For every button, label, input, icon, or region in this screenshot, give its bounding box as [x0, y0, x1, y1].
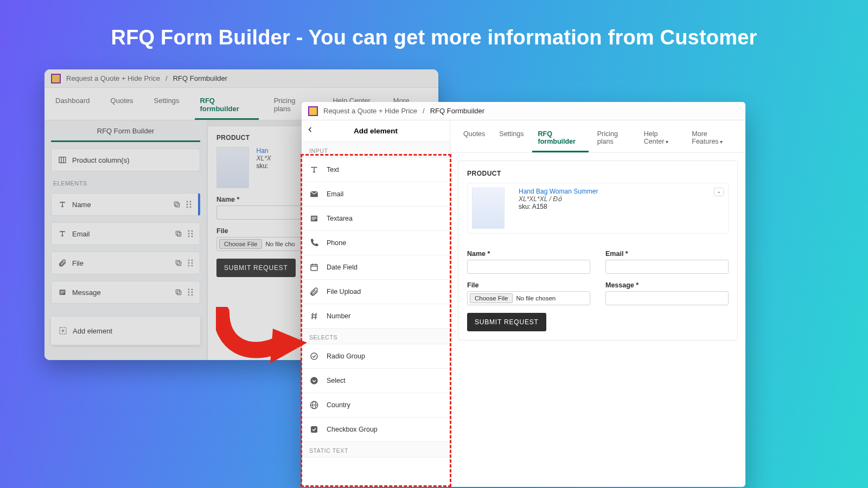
tab-settings[interactable]: Settings	[149, 92, 185, 120]
top-tabs-right: Quotes Settings RFQ formbuilder Pricing …	[450, 120, 745, 153]
svg-line-52	[312, 313, 313, 319]
sidebar-title: RFQ Form Builder	[51, 120, 200, 142]
duplicate-icon[interactable]	[175, 288, 182, 296]
email-input[interactable]	[605, 260, 729, 274]
app-header-right: Request a Quote + Hide Price / RFQ Formb…	[302, 102, 745, 120]
sidebar-item-label: Product column(s)	[72, 156, 193, 164]
svg-rect-19	[177, 262, 181, 266]
choose-file-button[interactable]: Choose File	[219, 239, 262, 249]
svg-point-55	[310, 377, 318, 384]
svg-point-13	[188, 230, 190, 232]
breadcrumb-current: RFQ Formbuilder	[430, 107, 484, 115]
add-element-icon	[59, 326, 67, 335]
drag-handle-icon[interactable]	[188, 288, 193, 296]
duplicate-icon[interactable]	[175, 259, 182, 267]
option-label: Checkbox Group	[327, 426, 378, 433]
group-label-selects: SELECTS	[302, 329, 450, 344]
svg-point-33	[188, 289, 190, 291]
option-phone[interactable]: Phone	[302, 231, 450, 255]
field-label-file: File	[467, 281, 590, 289]
sidebar-item-file[interactable]: File	[51, 252, 200, 274]
option-checkbox-group[interactable]: Checkbox Group	[302, 418, 450, 442]
drag-handle-icon[interactable]	[186, 201, 192, 208]
option-email[interactable]: Email	[302, 182, 450, 207]
radio-icon	[309, 351, 319, 361]
duplicate-icon[interactable]	[175, 230, 182, 237]
preview-heading: PRODUCT	[467, 170, 729, 177]
svg-rect-45	[312, 220, 315, 220]
option-date-field[interactable]: Date Field	[302, 255, 450, 280]
page-headline: RFQ Form Builder - You can get more info…	[0, 26, 868, 49]
right-main: Quotes Settings RFQ formbuilder Pricing …	[450, 120, 745, 487]
svg-point-24	[192, 262, 193, 264]
tab-pricing-plans[interactable]: Pricing plans	[592, 126, 635, 152]
breadcrumb-current: RFQ Formbuilder	[173, 74, 227, 82]
add-element-label: Add element	[73, 327, 112, 335]
remove-product-button[interactable]: -	[714, 188, 724, 196]
option-textarea[interactable]: Textarea	[302, 207, 450, 231]
svg-point-25	[188, 265, 190, 267]
product-name: Hand Bag Woman Summer	[519, 188, 705, 195]
choose-file-button[interactable]: Choose File	[470, 293, 513, 303]
file-input[interactable]: Choose File No file chosen	[467, 291, 590, 305]
drag-handle-icon[interactable]	[188, 230, 193, 237]
sidebar-item-label: Email	[72, 230, 169, 238]
sidebar-item-name[interactable]: Name	[51, 193, 200, 216]
option-label: File Upload	[327, 288, 361, 296]
submit-request-button[interactable]: SUBMIT REQUEST	[467, 313, 546, 331]
product-variant: XL*XL*XL / Đỏ	[519, 195, 705, 203]
option-label: Email	[327, 190, 343, 198]
option-number[interactable]: Number	[302, 304, 450, 329]
text-icon	[58, 200, 67, 209]
option-label: Text	[327, 166, 339, 174]
add-element-title: Add element	[354, 127, 398, 135]
add-element-button[interactable]: Add element	[51, 317, 200, 345]
panel-right: Request a Quote + Hide Price / RFQ Formb…	[302, 102, 745, 487]
group-label-input: INPUT	[302, 142, 450, 158]
duplicate-icon[interactable]	[173, 201, 181, 208]
svg-rect-59	[311, 426, 317, 433]
checkbox-icon	[309, 425, 319, 434]
svg-rect-43	[312, 217, 317, 217]
text-icon	[309, 165, 319, 175]
svg-point-54	[311, 353, 317, 359]
svg-point-16	[192, 233, 193, 235]
tab-help-center[interactable]: Help Center	[639, 126, 683, 152]
sidebar-item-message[interactable]: Message	[51, 281, 200, 304]
tab-quotes[interactable]: Quotes	[105, 92, 139, 120]
tab-rfq-formbuilder[interactable]: RFQ formbuilder	[195, 92, 259, 120]
tab-rfq-formbuilder[interactable]: RFQ formbuilder	[532, 126, 588, 152]
app-header-left: Request a Quote + Hide Price / RFQ Formb…	[44, 69, 438, 88]
svg-point-37	[188, 294, 190, 296]
option-select[interactable]: Select	[302, 369, 450, 393]
attachment-icon	[309, 287, 319, 297]
svg-point-18	[192, 236, 193, 237]
product-sku: sku: A158	[519, 203, 705, 210]
sidebar-item-email[interactable]: Email	[51, 222, 200, 245]
svg-point-7	[187, 204, 188, 206]
columns-icon	[58, 156, 67, 164]
back-icon[interactable]	[307, 126, 314, 133]
tab-dashboard[interactable]: Dashboard	[50, 92, 95, 120]
submit-request-button[interactable]: SUBMIT REQUEST	[216, 259, 296, 277]
message-input[interactable]	[605, 291, 729, 305]
drag-handle-icon[interactable]	[188, 259, 193, 267]
option-country[interactable]: Country	[302, 393, 450, 418]
name-input[interactable]	[467, 260, 590, 274]
app-logo-icon	[51, 74, 61, 84]
text-icon	[58, 229, 67, 238]
globe-icon	[309, 400, 319, 410]
svg-point-15	[188, 233, 190, 235]
tab-more-features[interactable]: More Features	[686, 126, 738, 152]
tab-settings[interactable]: Settings	[494, 126, 529, 152]
option-label: Country	[327, 401, 350, 409]
option-radio-group[interactable]: Radio Group	[302, 344, 450, 369]
option-text[interactable]: Text	[302, 158, 450, 182]
svg-point-36	[192, 292, 193, 293]
breadcrumb-sep: /	[165, 74, 168, 82]
option-file-upload[interactable]: File Upload	[302, 280, 450, 304]
sidebar-item-product-columns[interactable]: Product column(s)	[51, 149, 200, 171]
svg-rect-30	[60, 293, 63, 293]
hash-icon	[309, 311, 319, 321]
tab-quotes[interactable]: Quotes	[458, 126, 490, 152]
